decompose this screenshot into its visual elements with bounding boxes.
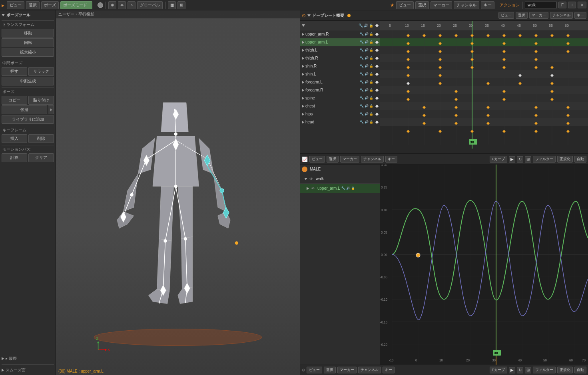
channel-head[interactable]: head 🔧 🔊 🔒 [300, 118, 380, 126]
action-name-input[interactable] [525, 2, 557, 8]
speaker-icon-sr[interactable]: 🔊 [365, 64, 369, 68]
channel-forearm-l[interactable]: forearm.L 🔧 🔊 🔒 [300, 78, 380, 86]
graph-view-btn[interactable]: ビュー [309, 156, 325, 163]
wrench-icon-ch[interactable]: 🔧 [360, 104, 364, 108]
wrench-icon-l[interactable]: 🔧 [360, 40, 364, 44]
speaker-icon-sl[interactable]: 🔊 [365, 72, 369, 76]
wrench-icon-fr[interactable]: 🔧 [360, 88, 364, 92]
wrench-icon-r[interactable]: 🔧 [360, 32, 364, 36]
graph-ch-walk[interactable]: 👁 walk [300, 174, 380, 184]
propagate-expand-icon[interactable] [48, 105, 54, 114]
graph-footer-auto-btn[interactable]: 自動 [574, 367, 586, 373]
graph-ch-upper-arm-l[interactable]: 👁 upper_arm.L 🔧 🔊 🔒 [300, 184, 380, 193]
lock-icon-ch[interactable]: 🔒 [369, 104, 373, 108]
speaker-icon-l[interactable]: 🔊 [365, 40, 369, 44]
upper-arm-l-eye-icon[interactable]: 👁 [311, 187, 315, 190]
speaker-icon-tr[interactable]: 🔊 [365, 56, 369, 60]
channel-upper-arm-r[interactable]: upper_arm.R 🔧 🔊 🔒 [300, 30, 380, 38]
library-add-btn[interactable]: ライブラリに追加 [2, 115, 54, 124]
global-btn[interactable]: グローバル [137, 1, 163, 9]
dope-channel-btn[interactable]: チャンネル [550, 12, 573, 19]
speaker-icon-hp[interactable]: 🔊 [365, 112, 369, 116]
speaker-icon-hd[interactable]: 🔊 [365, 120, 369, 124]
speaker-icon[interactable]: 🔊 [364, 24, 368, 28]
paste-btn[interactable]: 貼り付け [28, 96, 54, 105]
speaker-icon-tl[interactable]: 🔊 [365, 48, 369, 52]
graph-mirror-icon[interactable]: ⊞ [525, 156, 531, 163]
wrench-icon-sr[interactable]: 🔧 [360, 64, 364, 68]
right-select-btn[interactable]: 選択 [415, 1, 429, 9]
graph-footer-select-btn[interactable]: 選択 [324, 367, 336, 373]
prop-icon[interactable]: ○ [128, 1, 136, 9]
channel-shin-r[interactable]: shin.R 🔧 🔊 🔒 [300, 62, 380, 70]
lock-icon-tr[interactable]: 🔒 [369, 56, 373, 60]
lock-icon-sl[interactable]: 🔒 [369, 72, 373, 76]
graph-marker-btn[interactable]: マーカー [340, 156, 359, 163]
wrench-icon-hp[interactable]: 🔧 [360, 112, 364, 116]
right-channel-btn[interactable]: チャンネル [454, 1, 479, 9]
graph-footer-filter-btn[interactable]: フィルター [533, 367, 556, 373]
graph-footer-key-btn[interactable]: キー [383, 367, 395, 373]
lock-icon-l[interactable]: 🔒 [369, 40, 373, 44]
graph-key-btn[interactable]: キー [385, 156, 397, 163]
rotate-btn[interactable]: 回転 [2, 38, 54, 47]
wrench-icon-tr[interactable]: 🔧 [360, 56, 364, 60]
dope-view-btn[interactable]: ビュー [498, 12, 514, 19]
mirror-icon[interactable]: ⇔ [118, 1, 126, 9]
screen-icon[interactable]: ⊞ [177, 1, 185, 9]
graph-select-btn[interactable]: 選択 [327, 156, 339, 163]
normalize-btn[interactable]: 正規化 [557, 156, 573, 163]
lock-icon[interactable]: 🔒 [369, 24, 373, 28]
dope-key-btn[interactable]: キー [574, 12, 586, 19]
close-action-btn[interactable]: ✕ [578, 2, 586, 8]
wrench-icon[interactable]: 🔧 [359, 24, 363, 28]
graph-ch-male[interactable]: MALE [300, 165, 380, 174]
channel-thigh-l[interactable]: thigh.L 🔧 🔊 🔒 [300, 46, 380, 54]
auto-btn[interactable]: 自動 [574, 156, 586, 163]
graph-footer-fcurve-btn[interactable]: Fカーブ [490, 367, 508, 373]
dope-marker-btn[interactable]: マーカー [529, 12, 548, 19]
pose-mode-btn[interactable]: ポーズモード [60, 1, 92, 9]
insert-btn[interactable]: 挿入 [2, 134, 27, 143]
right-key-btn[interactable]: キー [481, 1, 494, 9]
speaker-icon-r[interactable]: 🔊 [365, 32, 369, 36]
graph-footer-marker-btn[interactable]: マーカー [337, 367, 357, 373]
calc-btn[interactable]: 計算 [2, 153, 27, 162]
lock-icon-fr[interactable]: 🔒 [369, 88, 373, 92]
channel-thigh-r[interactable]: thigh.R 🔧 🔊 🔒 [300, 54, 380, 62]
lock-icon-ual[interactable]: 🔒 [351, 187, 355, 190]
view-menu-btn[interactable]: ビュー [7, 1, 24, 9]
select-menu-btn[interactable]: 選択 [26, 1, 40, 9]
wrench-icon-sl[interactable]: 🔧 [360, 72, 364, 76]
speaker-icon-sp[interactable]: 🔊 [365, 96, 369, 100]
pose-tools-header[interactable]: ポーズツール [2, 12, 54, 18]
lock-icon-sr[interactable]: 🔒 [369, 64, 373, 68]
right-marker-btn[interactable]: マーカー [431, 1, 452, 9]
dope-select-btn[interactable]: 選択 [516, 12, 528, 19]
clear-btn[interactable]: クリア [28, 153, 54, 162]
speaker-icon-fr[interactable]: 🔊 [365, 88, 369, 92]
graph-footer-grid-icon[interactable]: ⊞ [525, 367, 531, 373]
shading-circle[interactable] [98, 2, 103, 8]
lock-icon-fl[interactable]: 🔒 [369, 80, 373, 84]
wrench-icon-sp[interactable]: 🔧 [360, 96, 364, 100]
channel-spine[interactable]: spine 🔧 🔊 🔒 [300, 94, 380, 102]
channel-upper-arm-l[interactable]: upper_arm.L 🔧 🔊 🔒 [300, 38, 380, 46]
channel-shin-l[interactable]: shin.L 🔧 🔊 🔒 [300, 70, 380, 78]
speaker-icon-ch[interactable]: 🔊 [365, 104, 369, 108]
wrench-icon-ual[interactable]: 🔧 [341, 187, 345, 190]
channel-forearm-r[interactable]: forearm.R 🔧 🔊 🔒 [300, 86, 380, 94]
fps-btn[interactable]: F [558, 2, 566, 8]
relax-btn[interactable]: リラック [28, 67, 54, 76]
copy-btn[interactable]: コピー [2, 96, 27, 105]
move-btn[interactable]: 移動 [2, 29, 54, 38]
speaker-icon-fl[interactable]: 🔊 [365, 80, 369, 84]
right-view-btn[interactable]: ビュー [396, 1, 414, 9]
channel-chest[interactable]: chest 🔧 🔊 🔒 [300, 102, 380, 110]
wrench-icon-fl[interactable]: 🔧 [360, 80, 364, 84]
wrench-icon-tl[interactable]: 🔧 [360, 48, 364, 52]
graph-footer-play-icon[interactable]: ▶ [509, 367, 515, 373]
propagate-btn[interactable]: 伝播 [2, 105, 47, 114]
graph-footer-rot-icon[interactable]: ↻ [517, 367, 523, 373]
dope-timeline[interactable]: 5 10 15 20 25 30 35 40 45 50 55 60 [380, 21, 588, 153]
